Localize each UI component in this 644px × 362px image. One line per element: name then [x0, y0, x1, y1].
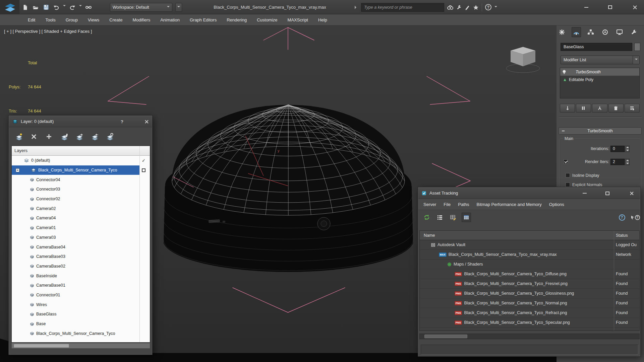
asset-row[interactable]: PNGBlack_Corps_Multi_Sensor_Camera_Tyco_…	[420, 279, 639, 289]
edit-paths-button[interactable]	[448, 213, 458, 222]
layer-object-row[interactable]: Wires	[12, 300, 150, 309]
help-icon[interactable]: ?	[485, 4, 491, 10]
column-status[interactable]: Status	[616, 231, 637, 240]
asset-row[interactable]: PNGBlack_Corps_Multi_Sensor_Camera_Tyco_…	[420, 318, 639, 328]
details-view-button[interactable]	[435, 213, 445, 222]
set-current-layer-button[interactable]	[74, 132, 84, 142]
menu-group[interactable]: Group	[61, 14, 83, 25]
menu-create[interactable]: Create	[104, 14, 127, 25]
layers-column-header[interactable]: Layers	[12, 146, 150, 156]
layer-object-row[interactable]: Camera04	[12, 213, 150, 223]
undo-dropdown-button[interactable]	[62, 2, 66, 12]
object-color-swatch[interactable]	[634, 43, 640, 51]
modifier-stack-row-turbosmooth[interactable]: TurboSmooth	[560, 68, 639, 76]
close-button[interactable]	[627, 0, 643, 14]
layer-row-default[interactable]: 0 (default) ✓	[12, 156, 150, 165]
asset-row[interactable]: Autodesk Vault Logged Out	[420, 240, 639, 250]
tab-utilities[interactable]	[629, 27, 639, 37]
layer-object-row[interactable]: Base	[12, 319, 150, 329]
modifier-stack-row-editable-poly[interactable]: Editable Poly	[560, 76, 639, 83]
select-highlighted-objects-button[interactable]	[59, 132, 69, 142]
column-name[interactable]: Name	[420, 233, 435, 238]
menu-animation[interactable]: Animation	[155, 14, 185, 25]
workspace-dropdown[interactable]: Workspace: Default	[110, 3, 172, 12]
undo-button[interactable]	[52, 2, 61, 12]
favorites-button[interactable]	[473, 5, 479, 10]
redo-dropdown-button[interactable]	[78, 2, 82, 12]
layer-object-row[interactable]: Connector02	[12, 194, 150, 204]
asset-menu-server[interactable]: Server	[420, 199, 440, 210]
modifier-list-dropdown[interactable]: Modifier List	[561, 56, 640, 64]
layer-object-row[interactable]: Connector01	[12, 290, 150, 300]
add-selection-to-layer-button[interactable]	[44, 132, 54, 142]
iterations-value-field[interactable]: 0	[610, 146, 625, 152]
tab-display[interactable]	[615, 27, 624, 37]
context-help-button[interactable]: ?	[631, 213, 640, 222]
layer-object-row[interactable]: CameraBase03	[12, 252, 150, 262]
scrollbar-thumb[interactable]	[14, 344, 69, 348]
table-view-button[interactable]	[462, 213, 471, 222]
asset-menu-bitmap-performance[interactable]: Bitmap Performance and Memory	[473, 199, 545, 210]
delete-layer-button[interactable]	[28, 132, 39, 142]
new-file-button[interactable]	[21, 2, 30, 12]
scrollbar-thumb[interactable]	[424, 335, 467, 338]
pin-stack-button[interactable]	[560, 104, 575, 113]
asset-close-button[interactable]	[626, 188, 638, 199]
minimize-button[interactable]	[578, 0, 595, 14]
render-iters-checkbox[interactable]	[564, 159, 568, 164]
menu-modifiers[interactable]: Modifiers	[127, 14, 155, 25]
asset-menu-options[interactable]: Options	[545, 199, 568, 210]
turbosmooth-rollout-header[interactable]: TurboSmooth	[559, 127, 642, 135]
make-unique-button[interactable]	[592, 104, 607, 113]
viewcube[interactable]	[506, 47, 540, 73]
menu-maxscript[interactable]: MAXScript	[283, 14, 313, 25]
explicit-normals-checkbox[interactable]	[566, 183, 570, 187]
asset-menu-paths[interactable]: Paths	[454, 199, 473, 210]
asset-window-titlebar[interactable]: Asset Tracking	[418, 188, 640, 199]
layer-object-row[interactable]: CameraBase04	[12, 242, 150, 252]
sign-in-button[interactable]	[465, 5, 470, 10]
layer-object-row[interactable]: Camera03	[12, 233, 150, 242]
asset-minimize-button[interactable]	[579, 188, 591, 199]
asset-maximize-button[interactable]	[601, 188, 613, 199]
layer-horizontal-scrollbar[interactable]	[11, 343, 150, 349]
create-new-layer-button[interactable]	[13, 132, 24, 142]
asset-horizontal-scrollbar[interactable]	[419, 334, 640, 339]
bulb-icon[interactable]	[562, 70, 566, 74]
asset-row[interactable]: PNGBlack_Corps_Multi_Sensor_Camera_Tyco_…	[420, 308, 639, 318]
tab-modify[interactable]	[572, 27, 581, 37]
collapse-expander-icon[interactable]	[16, 168, 19, 172]
layer-row-selected[interactable]: Black_Corps_Multi_Sensor_Camera_Tyco	[12, 165, 150, 175]
asset-menu-file[interactable]: File	[440, 199, 454, 210]
move-to-layer-button[interactable]	[89, 132, 100, 142]
tab-motion[interactable]	[600, 27, 610, 37]
iterations-spinner[interactable]	[625, 146, 630, 152]
menu-rendering[interactable]: Rendering	[222, 14, 252, 25]
menu-customize[interactable]: Customize	[252, 14, 282, 25]
menu-graph-editors[interactable]: Graph Editors	[185, 14, 222, 25]
refresh-button[interactable]	[422, 213, 431, 222]
keyword-search-input[interactable]	[361, 3, 444, 12]
app-manager-button[interactable]	[456, 5, 462, 10]
search-button[interactable]	[447, 5, 453, 10]
help-dropdown-icon[interactable]	[494, 6, 497, 9]
asset-row[interactable]: PNGBlack_Corps_Multi_Sensor_Camera_Tyco_…	[420, 269, 639, 279]
render-iters-value-field[interactable]: 2	[610, 159, 625, 165]
open-file-button[interactable]	[31, 2, 40, 12]
menu-help[interactable]: Help	[313, 14, 332, 25]
tab-hierarchy[interactable]	[586, 27, 595, 37]
hide-freeze-layer-button[interactable]	[104, 132, 115, 142]
manage-links-button[interactable]	[84, 2, 93, 12]
layer-window-titlebar[interactable]: Layer: 0 (default) ?	[9, 116, 152, 127]
menu-edit[interactable]: Edit	[23, 14, 40, 25]
maximize-button[interactable]	[602, 0, 619, 14]
isoline-display-checkbox[interactable]	[566, 173, 570, 177]
help-button[interactable]: ?	[617, 213, 627, 222]
layer-object-row[interactable]: BaseInside	[12, 271, 150, 281]
asset-row[interactable]: MAXBlack_Corps_Multi_Sensor_Camera_Tyco_…	[420, 250, 639, 260]
show-end-result-button[interactable]	[576, 104, 591, 113]
layer-object-row[interactable]: Connector04	[12, 175, 150, 185]
layer-object-row[interactable]: BaseGlass	[12, 309, 150, 319]
object-name-field[interactable]	[561, 43, 632, 51]
layer-close-button[interactable]	[140, 116, 153, 127]
